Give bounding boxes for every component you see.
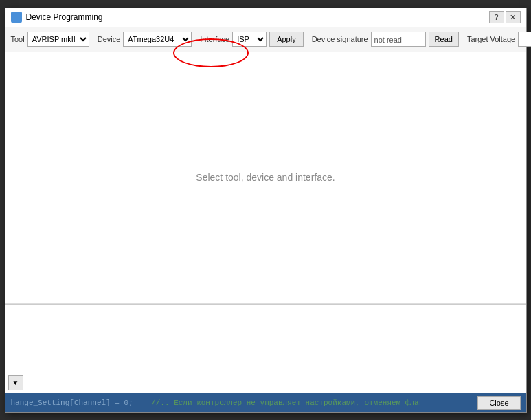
tool-label: Tool bbox=[11, 35, 25, 43]
signature-value: not read bbox=[371, 32, 426, 47]
main-placeholder: Select tool, device and interface. bbox=[5, 52, 526, 304]
toolbar: Tool AVRISP mkII Device ATmega32U4 Inter… bbox=[5, 27, 526, 52]
scroll-down-button[interactable]: ▼ bbox=[8, 375, 23, 390]
footer-code-text: hange_Setting[Channel] = 0; //.. Если ко… bbox=[11, 399, 424, 407]
title-bar: Device Programming ? ✕ bbox=[5, 8, 526, 27]
dialog-body: Select tool, device and interface. ▼ bbox=[5, 52, 526, 393]
read-signature-button[interactable]: Read bbox=[429, 32, 459, 47]
title-buttons: ? ✕ bbox=[489, 11, 521, 23]
tool-group: Tool AVRISP mkII bbox=[11, 32, 89, 47]
bottom-panel: ▼ bbox=[5, 304, 526, 393]
footer-bar: hange_Setting[Channel] = 0; //.. Если ко… bbox=[5, 393, 526, 412]
close-button[interactable]: Close bbox=[477, 396, 520, 410]
device-signature-label: Device signature bbox=[312, 35, 368, 43]
footer-comment: //.. Если контроллер не управляет настро… bbox=[151, 399, 423, 407]
interface-group: Interface ISP Apply bbox=[200, 32, 303, 47]
tool-select[interactable]: AVRISP mkII bbox=[27, 32, 89, 47]
content-area: Select tool, device and interface. ▼ bbox=[5, 52, 526, 393]
target-voltage-label: Target Voltage bbox=[467, 35, 515, 43]
device-label: Device bbox=[98, 35, 121, 43]
interface-select[interactable]: ISP bbox=[232, 32, 267, 47]
device-select[interactable]: ATmega32U4 bbox=[123, 32, 192, 47]
apply-button[interactable]: Apply bbox=[269, 32, 304, 47]
voltage-value: --- bbox=[518, 32, 531, 47]
placeholder-text: Select tool, device and interface. bbox=[196, 172, 335, 183]
interface-label: Interface bbox=[200, 35, 229, 43]
window-close-button[interactable]: ✕ bbox=[506, 11, 521, 23]
window-title: Device Programming bbox=[26, 12, 103, 22]
dialog-window: Device Programming ? ✕ Tool AVRISP mkII … bbox=[5, 8, 527, 413]
help-button[interactable]: ? bbox=[489, 11, 504, 23]
footer-code: hange_Setting[Channel] = 0; //.. Если ко… bbox=[11, 399, 478, 407]
voltage-group: Target Voltage --- Read ⚙ bbox=[467, 32, 531, 47]
signature-group: Device signature not read Read bbox=[312, 32, 459, 47]
title-bar-left: Device Programming bbox=[11, 12, 103, 23]
window-icon bbox=[11, 12, 22, 23]
device-group: Device ATmega32U4 bbox=[98, 32, 192, 47]
